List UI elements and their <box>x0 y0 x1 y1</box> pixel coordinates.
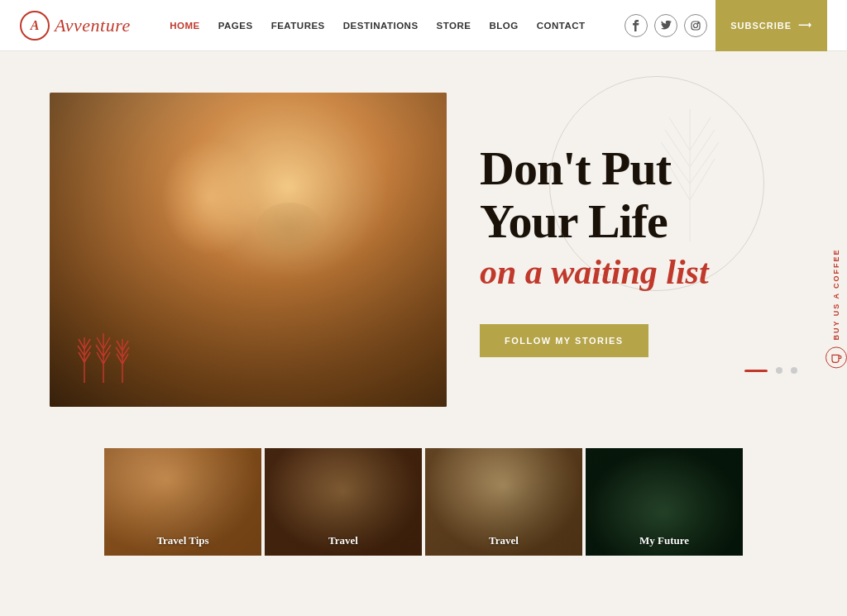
social-icons <box>624 14 707 37</box>
card-my-future[interactable]: My Future <box>586 448 743 556</box>
side-coffee-bar[interactable]: BUY US A COFFEE <box>825 248 847 368</box>
nav-destinations[interactable]: DESTINATIONS <box>343 21 419 31</box>
card-travel-2-label: Travel <box>489 534 519 547</box>
nav-features[interactable]: FEATURES <box>271 21 325 31</box>
nav-blog[interactable]: BLOG <box>489 21 518 31</box>
slide-indicator-active[interactable] <box>744 370 768 372</box>
hero-image-container <box>50 93 447 407</box>
logo-text: Avventure <box>55 15 131 36</box>
logo-area: A Avventure <box>20 11 131 41</box>
coffee-text: BUY US A COFFEE <box>832 248 840 340</box>
hero-title: Don't Put Your Life on a waiting list <box>480 142 814 294</box>
card-travel-1[interactable]: Travel <box>265 448 422 556</box>
slide-indicator-dot-2[interactable] <box>791 367 797 374</box>
tree-decoration <box>74 321 141 390</box>
card-travel-2[interactable]: Travel <box>425 448 582 556</box>
facebook-icon[interactable] <box>624 14 648 37</box>
category-cards: Travel Tips Travel Travel My Future <box>0 448 847 556</box>
svg-point-2 <box>698 22 699 23</box>
card-travel-tips-label: Travel Tips <box>156 534 208 547</box>
coffee-icon <box>825 346 847 368</box>
hero-section: Don't Put Your Life on a waiting list FO… <box>0 51 847 448</box>
card-my-future-label: My Future <box>639 534 689 547</box>
header: A Avventure HOME PAGES FEATURES DESTINAT… <box>0 0 847 51</box>
nav-home[interactable]: HOME <box>170 21 200 31</box>
header-right: SUBSCRIBE ⟶ <box>624 0 827 51</box>
nav-pages[interactable]: PAGES <box>218 21 253 31</box>
nav-contact[interactable]: CONTACT <box>537 21 586 31</box>
svg-point-1 <box>694 23 698 27</box>
card-travel-1-label: Travel <box>328 534 358 547</box>
logo-icon: A <box>20 11 50 41</box>
twitter-icon[interactable] <box>654 14 677 37</box>
nav-store[interactable]: STORE <box>437 21 471 31</box>
hero-content: Don't Put Your Life on a waiting list FO… <box>480 142 814 357</box>
card-travel-tips[interactable]: Travel Tips <box>104 448 261 556</box>
follow-stories-button[interactable]: FOLLOW MY STORIES <box>480 324 648 357</box>
slide-indicator-dot-1[interactable] <box>776 367 782 374</box>
slide-indicators <box>744 367 797 374</box>
instagram-icon[interactable] <box>684 14 707 37</box>
subscribe-button[interactable]: SUBSCRIBE ⟶ <box>715 0 827 51</box>
main-nav: HOME PAGES FEATURES DESTINATIONS STORE B… <box>170 21 585 31</box>
